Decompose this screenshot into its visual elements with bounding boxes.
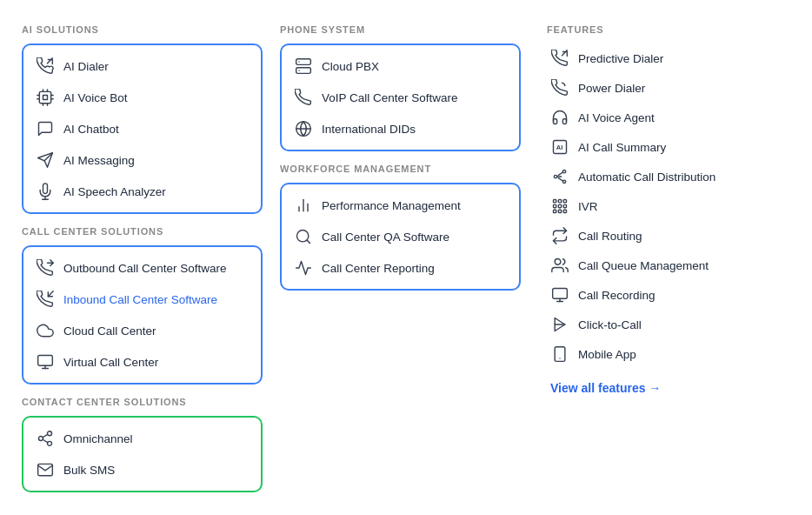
phone-system-label: PHONE SYSTEM [280, 24, 521, 35]
click-to-call-label: Click-to-Call [578, 318, 642, 331]
predictive-dialer-label: Predictive Dialer [578, 52, 663, 65]
svg-line-36 [562, 50, 568, 56]
col-phone-workforce: PHONE SYSTEM Cloud PBX VoIP Call Center … [271, 17, 529, 505]
mail-icon [36, 460, 55, 479]
international-dids-label: International DIDs [322, 123, 416, 136]
power-dialer-icon [550, 78, 569, 97]
outbound-label: Outbound Call Center Software [63, 262, 227, 275]
feature-mobile-app[interactable]: Mobile App [547, 339, 790, 369]
svg-rect-48 [554, 210, 556, 212]
contact-center-solutions-label: CONTACT CENTER SOLUTIONS [22, 397, 263, 407]
col-features: FEATURES Predictive Dialer Power Dialer … [529, 17, 790, 505]
view-all-label: View all features → [550, 381, 661, 395]
feature-click-to-call[interactable]: Click-to-Call [547, 310, 790, 339]
feature-ai-voice-agent[interactable]: AI Voice Agent [547, 103, 790, 132]
menu-item-international-dids[interactable]: International DIDs [285, 113, 516, 144]
mobile-app-label: Mobile App [578, 348, 636, 361]
contact-center-solutions-group: Omnichannel Bulk SMS [22, 416, 263, 492]
predictive-dialer-icon [550, 49, 569, 68]
menu-item-omnichannel[interactable]: Omnichannel [27, 423, 257, 454]
call-center-solutions-group: Outbound Call Center Software Inbound Ca… [22, 245, 263, 385]
mic-icon [36, 182, 55, 201]
svg-rect-52 [553, 289, 568, 299]
acd-label: Automatic Call Distribution [578, 171, 715, 184]
activity-icon [294, 258, 313, 278]
view-all-features-link[interactable]: View all features → [547, 378, 790, 398]
feature-ai-call-summary[interactable]: AI AI Call Summary [547, 132, 790, 162]
menu-item-inbound[interactable]: Inbound Call Center Software [27, 284, 257, 315]
ai-voice-bot-label: AI Voice Bot [63, 91, 128, 104]
ai-messaging-label: AI Messaging [63, 154, 135, 167]
menu-item-voip[interactable]: VoIP Call Center Software [285, 82, 516, 113]
svg-point-51 [555, 259, 561, 265]
svg-rect-46 [558, 204, 561, 207]
menu-item-performance-management[interactable]: Performance Management [285, 190, 516, 221]
svg-rect-50 [563, 210, 566, 212]
ai-dialer-label: AI Dialer [63, 60, 109, 73]
menu-item-bulk-sms[interactable]: Bulk SMS [27, 454, 257, 485]
workforce-management-label: WORKFORCE MANAGEMENT [280, 164, 521, 174]
svg-line-35 [307, 240, 310, 244]
send-icon [36, 150, 55, 170]
cloud-pbx-label: Cloud PBX [322, 60, 379, 73]
col-solutions: AI SOLUTIONS AI Dialer AI Voice Bot [22, 17, 271, 505]
feature-call-queue-management[interactable]: Call Queue Management [547, 251, 790, 280]
menu-item-ai-chatbot[interactable]: AI Chatbot [27, 113, 257, 144]
call-queue-label: Call Queue Management [578, 259, 709, 272]
svg-line-0 [48, 58, 53, 64]
feature-call-recording[interactable]: Call Recording [547, 280, 790, 310]
search-icon [294, 227, 313, 246]
feature-power-dialer[interactable]: Power Dialer [547, 73, 790, 103]
svg-rect-25 [296, 59, 311, 65]
svg-rect-1 [39, 91, 50, 103]
cpu-icon [36, 88, 55, 107]
svg-line-16 [48, 291, 53, 297]
menu-item-call-center-reporting[interactable]: Call Center Reporting [285, 252, 516, 284]
call-recording-icon [550, 285, 569, 304]
feature-ivr[interactable]: IVR [547, 191, 790, 221]
menu-item-ai-speech-analyzer[interactable]: AI Speech Analyzer [27, 176, 257, 207]
svg-rect-49 [558, 210, 561, 212]
svg-rect-17 [38, 356, 53, 366]
virtual-call-center-label: Virtual Call Center [63, 356, 158, 369]
bulk-sms-label: Bulk SMS [63, 464, 115, 477]
navigation-mega-menu: AI SOLUTIONS AI Dialer AI Voice Bot [0, 0, 812, 515]
ai-chatbot-label: AI Chatbot [63, 123, 119, 136]
feature-predictive-dialer[interactable]: Predictive Dialer [547, 43, 790, 73]
menu-item-qa-software[interactable]: Call Center QA Software [285, 221, 516, 252]
menu-item-cloud-call-center[interactable]: Cloud Call Center [27, 315, 257, 346]
ai-call-summary-label: AI Call Summary [578, 141, 666, 154]
cloud-call-center-label: Cloud Call Center [63, 324, 156, 338]
svg-rect-44 [563, 200, 566, 203]
inbound-label: Inbound Call Center Software [63, 293, 217, 306]
feature-acd[interactable]: Automatic Call Distribution [547, 162, 790, 191]
menu-item-virtual-call-center[interactable]: Virtual Call Center [27, 346, 257, 378]
svg-rect-47 [563, 204, 566, 207]
svg-rect-45 [554, 204, 556, 207]
phone-outgoing-icon [36, 57, 55, 76]
call-routing-icon [550, 226, 569, 245]
phone-icon [294, 88, 313, 107]
globe-icon [294, 119, 313, 138]
mobile-app-icon [550, 344, 569, 364]
ivr-icon [550, 197, 569, 216]
features-label: FEATURES [547, 24, 790, 35]
svg-rect-43 [558, 200, 561, 203]
click-to-call-icon [550, 315, 569, 334]
svg-rect-56 [555, 347, 565, 362]
qa-software-label: Call Center QA Software [322, 231, 449, 244]
menu-item-ai-messaging[interactable]: AI Messaging [27, 144, 257, 176]
call-routing-label: Call Routing [578, 230, 642, 243]
svg-text:AI: AI [556, 144, 563, 151]
menu-item-outbound[interactable]: Outbound Call Center Software [27, 252, 257, 284]
cloud-icon [36, 321, 55, 340]
call-recording-label: Call Recording [578, 289, 656, 302]
feature-call-routing[interactable]: Call Routing [547, 221, 790, 251]
power-dialer-label: Power Dialer [578, 82, 645, 95]
menu-item-ai-dialer[interactable]: AI Dialer [27, 50, 257, 82]
ivr-label: IVR [578, 200, 598, 213]
monitor-icon [36, 352, 55, 371]
menu-item-ai-voice-bot[interactable]: AI Voice Bot [27, 82, 257, 113]
menu-item-cloud-pbx[interactable]: Cloud PBX [285, 50, 516, 82]
phone-forwarded-icon [36, 258, 55, 278]
